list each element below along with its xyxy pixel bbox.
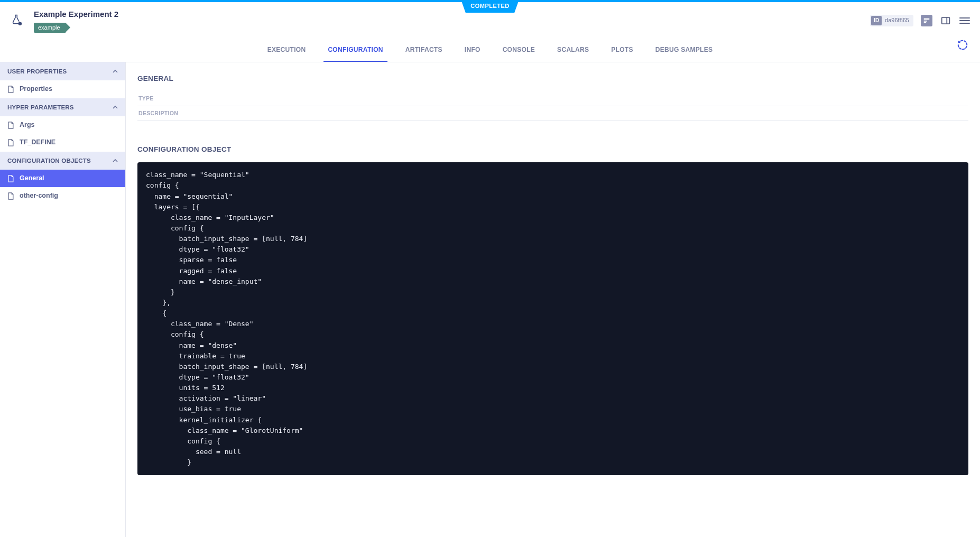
svg-rect-1 — [19, 22, 22, 22]
experiment-tags: example — [34, 23, 118, 33]
svg-rect-5 — [942, 17, 950, 24]
chevron-up-icon — [113, 69, 118, 74]
sidebar-item-other-config[interactable]: other-config — [0, 187, 125, 205]
experiment-title: Example Experiment 2 — [34, 8, 118, 20]
svg-rect-4 — [924, 22, 926, 23]
configuration-main: GENERAL TYPE DESCRIPTION CONFIGURATION O… — [126, 62, 980, 537]
sidebar-section-user-properties[interactable]: USER PROPERTIES — [0, 62, 125, 80]
experiment-tag[interactable]: example — [34, 23, 66, 33]
chevron-up-icon — [113, 105, 118, 110]
configuration-code-block[interactable]: class_name = "Sequential" config { name … — [137, 162, 968, 475]
document-icon — [7, 175, 14, 182]
tab-info[interactable]: INFO — [463, 40, 483, 62]
document-icon — [7, 192, 14, 200]
svg-rect-3 — [924, 21, 927, 22]
tab-console[interactable]: CONSOLE — [501, 40, 537, 62]
svg-rect-2 — [924, 18, 930, 20]
document-icon — [7, 86, 14, 93]
section-general-title: GENERAL — [137, 74, 968, 84]
id-label: ID — [871, 16, 882, 25]
sidebar-item-label: other-config — [20, 191, 58, 201]
experiment-id: da96f865 — [885, 16, 909, 24]
configuration-sidebar: USER PROPERTIES Properties HYPER PARAMET… — [0, 62, 126, 537]
experiment-icon — [11, 14, 24, 27]
experiment-id-chip[interactable]: ID da96f865 — [870, 15, 913, 26]
sidebar-item-label: Args — [20, 121, 34, 130]
sidebar-item-properties[interactable]: Properties — [0, 80, 125, 98]
sidebar-section-label: HYPER PARAMETERS — [7, 103, 74, 112]
experiment-tabs: EXECUTION CONFIGURATION ARTIFACTS INFO C… — [0, 36, 980, 62]
tab-scalars[interactable]: SCALARS — [555, 40, 591, 62]
section-config-object-title: CONFIGURATION OBJECT — [137, 145, 968, 155]
svg-point-0 — [19, 22, 22, 26]
sidebar-item-label: TF_DEFINE — [20, 138, 56, 147]
hamburger-icon — [959, 16, 970, 25]
card-view-icon[interactable] — [921, 15, 932, 26]
document-icon — [7, 139, 14, 146]
sidebar-item-label: Properties — [20, 85, 52, 94]
top-accent-bar: COMPLETED — [0, 0, 980, 2]
panel-layout-icon[interactable] — [940, 15, 951, 26]
menu-button[interactable] — [959, 15, 970, 26]
tab-artifacts[interactable]: ARTIFACTS — [403, 40, 445, 62]
sidebar-item-tf-define[interactable]: TF_DEFINE — [0, 134, 125, 152]
document-icon — [7, 122, 14, 129]
sidebar-section-hyper-parameters[interactable]: HYPER PARAMETERS — [0, 98, 125, 116]
sidebar-section-configuration-objects[interactable]: CONFIGURATION OBJECTS — [0, 152, 125, 170]
refresh-button[interactable] — [957, 39, 968, 51]
tab-debug-samples[interactable]: DEBUG SAMPLES — [653, 40, 715, 62]
sidebar-item-label: General — [20, 174, 44, 183]
sidebar-section-label: CONFIGURATION OBJECTS — [7, 156, 91, 165]
status-badge: COMPLETED — [461, 0, 519, 13]
sidebar-item-general[interactable]: General — [0, 170, 125, 188]
sidebar-item-args[interactable]: Args — [0, 116, 125, 134]
general-description-row: DESCRIPTION — [137, 106, 968, 121]
tab-plots[interactable]: PLOTS — [609, 40, 635, 62]
general-type-row: TYPE — [137, 91, 968, 106]
chevron-up-icon — [113, 158, 118, 163]
tab-configuration[interactable]: CONFIGURATION — [326, 40, 385, 62]
sidebar-section-label: USER PROPERTIES — [7, 67, 67, 76]
tab-execution[interactable]: EXECUTION — [265, 40, 308, 62]
